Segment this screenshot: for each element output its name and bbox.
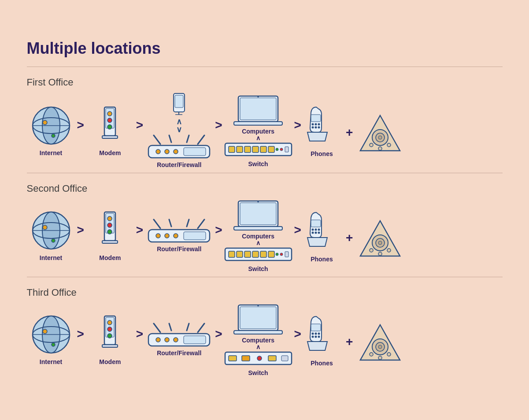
- office-row-3: Third Office Internet >: [27, 277, 503, 381]
- svg-line-68: [198, 219, 204, 228]
- svg-line-19: [198, 135, 204, 144]
- svg-rect-24: [184, 148, 206, 156]
- svg-point-92: [311, 231, 314, 234]
- modem-label-2: Modem: [99, 254, 121, 261]
- svg-point-94: [318, 231, 320, 234]
- svg-point-42: [318, 123, 320, 126]
- svg-point-72: [174, 234, 178, 238]
- deskphone-icon-1: [303, 104, 340, 148]
- switch-icon-3: [224, 350, 292, 367]
- svg-point-90: [314, 228, 317, 230]
- svg-point-99: [370, 249, 373, 252]
- svg-rect-31: [237, 146, 243, 152]
- svg-point-77: [257, 201, 259, 202]
- svg-line-116: [187, 323, 189, 331]
- svg-point-10: [107, 125, 112, 129]
- svg-point-143: [378, 345, 382, 349]
- svg-rect-87: [285, 252, 289, 257]
- arrow-2a: >: [77, 223, 84, 248]
- svg-line-114: [154, 323, 160, 332]
- svg-point-139: [318, 335, 320, 338]
- svg-point-22: [165, 149, 169, 154]
- svg-line-66: [169, 219, 171, 227]
- svg-line-16: [154, 135, 160, 144]
- svg-line-17: [169, 135, 171, 142]
- svg-point-49: [378, 136, 382, 139]
- svg-rect-79: [229, 251, 235, 257]
- svg-rect-27: [234, 122, 282, 125]
- svg-rect-33: [252, 146, 259, 152]
- phones-desk-label-1: Phones: [311, 150, 333, 157]
- computer-switch-block-3: Computers ∧ Switch: [224, 303, 292, 376]
- svg-point-85: [276, 253, 278, 256]
- network-row-3: Internet > Modem >: [27, 303, 503, 376]
- svg-point-52: [378, 147, 382, 150]
- svg-rect-75: [240, 203, 276, 225]
- svg-point-135: [314, 332, 317, 335]
- office-row-2: Second Office Internet >: [27, 173, 503, 277]
- office-label-2: Second Office: [27, 183, 503, 194]
- modem-icon-1: [93, 105, 126, 147]
- arrow-2d: >: [294, 223, 301, 248]
- svg-point-28: [257, 96, 259, 97]
- svg-point-44: [314, 126, 317, 129]
- svg-point-106: [43, 329, 47, 334]
- svg-line-115: [169, 323, 171, 331]
- modem-block-3: Modem: [86, 314, 134, 365]
- arrow-1b: >: [136, 118, 143, 143]
- internet-label-1: Internet: [40, 149, 62, 156]
- svg-point-57: [43, 225, 47, 230]
- deskphone-icon-3: [303, 313, 340, 357]
- arrow-1c: >: [215, 118, 222, 143]
- svg-point-9: [107, 118, 112, 123]
- svg-rect-64: [102, 241, 118, 243]
- switch-label-2: Switch: [248, 265, 268, 272]
- phones-block-2: Phones +: [303, 209, 402, 263]
- internet-block-2: Internet: [27, 210, 75, 261]
- svg-rect-84: [268, 251, 274, 257]
- phone-top-icon-1: [169, 93, 189, 117]
- svg-rect-113: [102, 345, 118, 347]
- deskphone-icon-2: [303, 209, 340, 253]
- svg-rect-81: [244, 251, 251, 257]
- plus-2: +: [346, 231, 353, 263]
- svg-point-41: [314, 123, 317, 126]
- internet-icon-1: [29, 105, 73, 147]
- svg-point-5: [52, 134, 55, 138]
- arrow-1a: >: [77, 118, 84, 143]
- main-container: Multiple locations First Office Internet…: [9, 26, 520, 394]
- svg-point-51: [387, 143, 391, 147]
- svg-point-107: [52, 343, 55, 346]
- svg-rect-76: [234, 227, 282, 230]
- internet-label-2: Internet: [40, 254, 62, 261]
- svg-line-117: [198, 323, 204, 332]
- svg-point-45: [318, 126, 320, 129]
- svg-point-91: [318, 228, 320, 230]
- internet-label-3: Internet: [40, 358, 62, 365]
- computers-label-3: Computers: [242, 337, 274, 344]
- svg-rect-125: [234, 331, 282, 334]
- svg-point-89: [311, 228, 314, 230]
- svg-rect-82: [252, 251, 259, 257]
- svg-point-145: [387, 353, 391, 356]
- confphone-icon-3: [358, 323, 402, 367]
- svg-point-8: [107, 112, 112, 116]
- svg-point-130: [257, 356, 262, 361]
- svg-rect-129: [242, 356, 250, 361]
- svg-point-137: [311, 335, 314, 338]
- caret-3: ∧: [256, 344, 260, 350]
- modem-icon-2: [93, 210, 126, 252]
- svg-point-4: [43, 120, 47, 125]
- router-block-1: ∧ ∨: [145, 93, 213, 168]
- arrow-3a: >: [77, 327, 84, 352]
- svg-point-136: [318, 332, 320, 335]
- internet-icon-3: [29, 314, 73, 356]
- svg-point-144: [370, 353, 373, 356]
- svg-rect-34: [260, 146, 266, 152]
- svg-point-111: [107, 327, 112, 331]
- phones-desk-label-2: Phones: [311, 256, 333, 263]
- plus-3: +: [346, 335, 353, 367]
- svg-point-70: [156, 234, 160, 238]
- svg-line-67: [187, 219, 189, 227]
- svg-rect-122: [184, 336, 206, 344]
